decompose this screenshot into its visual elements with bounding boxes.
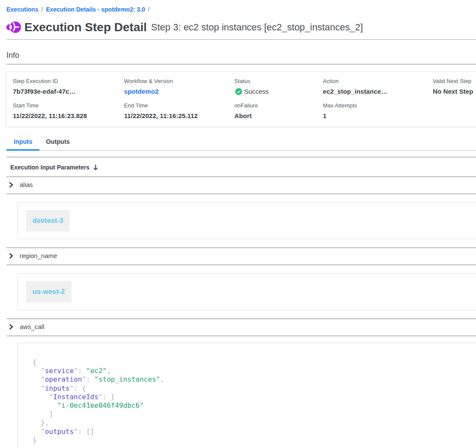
param-row[interactable]: alias (0, 177, 476, 193)
breadcrumb-separator: / (40, 6, 44, 13)
json-token: operation (45, 375, 82, 383)
chevron-right-icon (9, 182, 13, 188)
breadcrumb: Executions / Execution Details - spotdem… (0, 0, 476, 13)
info-field: onFailure Abort (234, 102, 323, 120)
json-token: outputs (45, 427, 74, 436)
param-label: alias (20, 181, 33, 189)
json-token: ] (33, 410, 53, 418)
json-token: " (33, 375, 45, 383)
info-divider (6, 64, 476, 65)
info-field-label: Max Attempts (323, 102, 433, 109)
info-field-label: Action (323, 78, 433, 84)
json-token: , (160, 375, 165, 383)
info-field-value: ec2_stop_instance… (323, 88, 433, 95)
params-list: alias devtest-3 region_name us-west-2 aw… (0, 177, 476, 448)
json-code-block: { "service": "ec2", "operation": "stop_i… (33, 358, 476, 445)
info-field-value: Abort (234, 112, 323, 120)
info-card: Step Execution ID 7b73f93e-edaf-47c… Wor… (6, 71, 476, 127)
param-value-chip[interactable]: us-west-2 (26, 281, 71, 303)
info-field: Action ec2_stop_instance… (323, 78, 433, 95)
info-field: Max Attempts 1 (323, 102, 433, 120)
json-token: inputs (45, 384, 70, 392)
title-divider (6, 39, 476, 40)
fylamynt-logo-icon (6, 21, 21, 33)
info-field: Status Success (234, 78, 323, 95)
json-token: ": (82, 375, 95, 383)
info-section-title: Info (6, 51, 476, 60)
execution-step-detail-page: Executions / Execution Details - spotdem… (0, 0, 476, 448)
info-field: Start Time 11/22/2022, 11:16:23.828 (13, 102, 124, 120)
section-divider (6, 335, 476, 336)
info-field-value: 7b73f93e-edaf-47c… (13, 88, 124, 95)
json-token: } (33, 436, 37, 444)
json-token: " (33, 393, 53, 401)
param-section-aws_call: aws_call { "service": "ec2", "operation"… (0, 319, 476, 448)
json-token: ": { (70, 384, 86, 392)
workflow-version-link[interactable]: spotdemo2 (124, 88, 234, 95)
json-token: { (33, 358, 37, 366)
section-divider (6, 193, 476, 194)
chevron-right-icon (9, 253, 13, 259)
info-field: Workflow & Version spotdemo2 (124, 78, 234, 95)
json-token: service (45, 367, 74, 375)
param-value-box: us-west-2 (18, 273, 476, 310)
info-field: Valid Next Step No Next Step (433, 78, 476, 95)
sort-descending-icon[interactable] (93, 164, 98, 171)
param-label: region_name (20, 252, 57, 260)
info-field: Step Execution ID 7b73f93e-edaf-47c… (13, 78, 124, 95)
info-field-label: Workflow & Version (124, 78, 234, 84)
info-field-label: Step Execution ID (13, 78, 124, 84)
json-token: " (33, 367, 45, 375)
param-section-region_name: region_name us-west-2 (0, 248, 476, 319)
param-value-chip[interactable]: devtest-3 (26, 210, 70, 231)
tab-outputs[interactable]: Outputs (39, 135, 77, 151)
json-token: " (33, 384, 45, 392)
info-field-value: 1 (323, 112, 433, 120)
param-value-box: devtest-3 (18, 202, 476, 239)
json-token: , (106, 367, 111, 375)
tab-inputs[interactable]: Inputs (6, 135, 39, 151)
info-field-label: Valid Next Step (433, 78, 476, 84)
param-row[interactable]: aws_call (0, 319, 476, 335)
page-header: Execution Step Detail Step 3: ec2 stop i… (6, 21, 476, 34)
json-token: ": (74, 367, 86, 375)
info-field-value: 11/22/2022, 11:16:23.828 (13, 112, 124, 120)
info-field-label: onFailure (234, 102, 323, 109)
fylamynt-logo-svg (6, 21, 21, 33)
json-token: }, (33, 418, 49, 427)
json-token: "i-0ec41ee046f49dbc6" (33, 401, 144, 409)
json-token: "stop_instances" (95, 375, 160, 383)
info-field-label: Start Time (13, 102, 124, 109)
section-divider (6, 264, 476, 265)
breadcrumb-separator-trailing: / (147, 6, 151, 13)
json-token: ": [] (74, 427, 94, 436)
json-token: " (33, 427, 45, 436)
info-field-label: End Time (124, 102, 234, 109)
breadcrumb-link-executions[interactable]: Executions (6, 6, 38, 13)
info-field-value: No Next Step (433, 88, 476, 95)
params-header: Execution Input Parameters (10, 164, 476, 171)
param-section-alias: alias devtest-3 (0, 177, 476, 248)
status-value: Success (234, 88, 323, 95)
param-label: aws_call (20, 323, 44, 331)
page-subtitle: Step 3: ec2 stop instances [ec2_stop_ins… (151, 22, 363, 33)
param-row[interactable]: region_name (0, 248, 476, 264)
params-header-title: Execution Input Parameters (10, 164, 89, 171)
json-token: InstanceIds (53, 393, 98, 401)
info-card-grid: Step Execution ID 7b73f93e-edaf-47c… Wor… (13, 78, 476, 120)
page-title: Execution Step Detail (24, 21, 147, 34)
info-field-value: 11/22/2022, 11:16:25.112 (124, 112, 234, 120)
info-field: End Time 11/22/2022, 11:16:25.112 (124, 102, 234, 120)
json-token: "ec2" (86, 367, 106, 375)
tabs-bar: Inputs Outputs (6, 135, 476, 151)
param-value-box: { "service": "ec2", "operation": "stop_i… (18, 343, 476, 448)
chevron-right-icon (9, 324, 13, 330)
section-divider (6, 157, 476, 157)
breadcrumb-link-execution-details[interactable]: Execution Details - spotdemo2: 3.0 (46, 6, 145, 13)
success-check-icon (235, 88, 242, 95)
json-token: ": [ (98, 393, 115, 401)
info-field-label: Status (234, 78, 323, 84)
status-text: Success (244, 88, 269, 95)
